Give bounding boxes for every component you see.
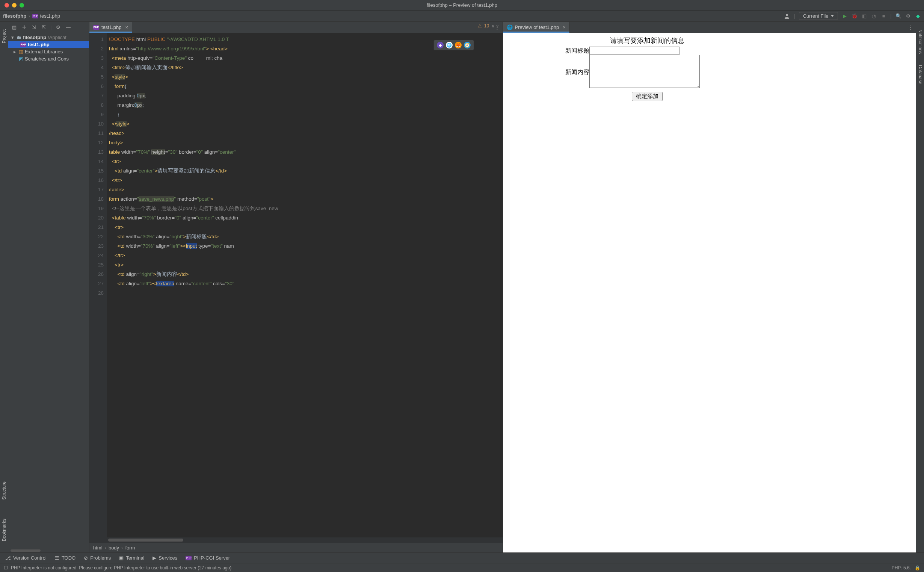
debug-icon[interactable]: 🐞: [851, 13, 857, 19]
editor-pane: PHP test1.php × ⋮ 1234567891011121314151…: [89, 22, 502, 552]
run-config-selector[interactable]: Current File: [799, 12, 838, 20]
breadcrumb-file[interactable]: test1.php: [40, 13, 60, 19]
project-panel: ▤ ✛ ⇲ ⇱ | ⚙ — ▾ 🖿 filesofphp /Applicat P…: [8, 22, 89, 552]
project-toolbar: ▤ ✛ ⇲ ⇱ | ⚙ —: [8, 22, 89, 33]
status-icon[interactable]: ☐: [4, 565, 8, 570]
maximize-icon[interactable]: [20, 3, 24, 8]
editor-hscrollbar[interactable]: [89, 538, 502, 543]
branch-icon: ⎇: [5, 555, 11, 561]
submit-button[interactable]: 确定添加: [632, 92, 663, 101]
terminal-button[interactable]: ▣Terminal: [119, 555, 144, 561]
profile-icon[interactable]: ◔: [871, 13, 877, 19]
crumb[interactable]: html: [93, 545, 102, 550]
right-tool-strip: Notifications Database: [916, 22, 924, 552]
safari-icon[interactable]: 🧭: [464, 42, 471, 48]
stop-icon[interactable]: ■: [881, 13, 887, 19]
caret-down-icon[interactable]: ▾: [11, 34, 15, 40]
services-button[interactable]: ▶Services: [152, 555, 177, 561]
run-icon[interactable]: ▶: [842, 13, 848, 19]
input-news-title[interactable]: [589, 47, 679, 55]
window-controls: [0, 3, 24, 8]
tab-test1[interactable]: PHP test1.php ×: [89, 22, 132, 33]
locate-icon[interactable]: ✛: [21, 25, 27, 30]
minimize-icon[interactable]: [12, 3, 17, 8]
tab-menu-icon[interactable]: ⋮: [907, 25, 913, 30]
line-gutter: 1234567891011121314151617181920212223242…: [89, 33, 107, 538]
settings-icon[interactable]: ⚙: [905, 13, 911, 19]
preview-tabs: 🌐 Preview of test1.php × ⋮: [503, 22, 916, 33]
inspection-indicator[interactable]: ⚠ 10 ∧ ∨: [478, 23, 499, 29]
warning-icon: ⚠: [478, 23, 482, 29]
coverage-icon[interactable]: ◧: [861, 13, 867, 19]
structure-tool-button[interactable]: Structure: [2, 482, 7, 500]
tree-file-test1[interactable]: PHP test1.php: [8, 41, 89, 48]
firefox-icon[interactable]: 🦊: [455, 42, 462, 48]
breadcrumb-project[interactable]: filesofphp: [3, 13, 26, 19]
notifications-tool-button[interactable]: Notifications: [918, 29, 923, 54]
expand-icon[interactable]: ⇲: [31, 25, 37, 30]
navigation-bar: filesofphp › PHP test1.php | Current Fil…: [0, 11, 924, 22]
php-file-icon: PHP: [93, 25, 99, 30]
chevron-down-icon: [831, 15, 834, 17]
folder-icon: 🖿: [17, 34, 22, 40]
php-file-icon: PHP: [186, 556, 192, 560]
editor-area: PHP test1.php × ⋮ 1234567891011121314151…: [89, 22, 916, 552]
caret-right-icon[interactable]: ▸: [14, 49, 17, 54]
user-icon[interactable]: [784, 13, 790, 19]
search-icon[interactable]: 🔍: [895, 13, 901, 19]
status-bar: ☐ PHP Interpreter is not configured: Ple…: [0, 563, 924, 572]
list-icon: ☰: [55, 555, 59, 561]
code-editor[interactable]: 1234567891011121314151617181920212223242…: [89, 33, 502, 538]
close-icon[interactable]: ×: [563, 25, 566, 30]
hide-icon[interactable]: —: [65, 25, 71, 30]
bottom-toolbar: ⎇Version Control ☰TODO ⊘Problems ▣Termin…: [0, 552, 924, 563]
tree-scratches[interactable]: ◩ Scratches and Cons: [8, 55, 89, 62]
left-tool-strip: Project Structure Bookmarks: [0, 22, 8, 552]
crumb[interactable]: form: [125, 545, 135, 550]
terminal-icon: ▣: [119, 555, 124, 561]
code-content[interactable]: !DOCTYPE html PUBLIC "-//W3C//DTD XHTML …: [107, 33, 502, 538]
builtin-browser-icon[interactable]: ◆: [437, 42, 443, 48]
scratch-icon: ◩: [19, 56, 23, 62]
tab-preview[interactable]: 🌐 Preview of test1.php ×: [503, 22, 570, 33]
database-tool-button[interactable]: Database: [918, 65, 923, 84]
main-body: Project Structure Bookmarks ▤ ✛ ⇲ ⇱ | ⚙ …: [0, 22, 924, 552]
editor-tabs: PHP test1.php × ⋮: [89, 22, 502, 33]
bookmarks-tool-button[interactable]: Bookmarks: [2, 519, 7, 541]
phpcgi-button[interactable]: PHPPHP-CGI Server: [186, 555, 230, 561]
codewithme-icon[interactable]: ◆: [915, 13, 921, 19]
vcs-button[interactable]: ⎇Version Control: [5, 555, 47, 561]
chevron-right-icon: ›: [29, 13, 30, 19]
problems-button[interactable]: ⊘Problems: [84, 555, 111, 561]
app-root: filesofphp – Preview of test1.php fileso…: [0, 0, 924, 572]
tree-root[interactable]: ▾ 🖿 filesofphp /Applicat: [8, 34, 89, 41]
project-tree[interactable]: ▾ 🖿 filesofphp /Applicat PHP test1.php ▸…: [8, 33, 89, 548]
label-news-title: 新闻标题: [503, 47, 590, 55]
textarea-news-content[interactable]: [589, 55, 700, 88]
tree-external-libraries[interactable]: ▸ ▥ External Libraries: [8, 48, 89, 55]
run-config-label: Current File: [803, 13, 829, 19]
php-version[interactable]: PHP: 5.6.: [892, 565, 911, 570]
php-file-icon: PHP: [32, 14, 38, 19]
problems-icon: ⊘: [84, 555, 88, 561]
lock-icon[interactable]: 🔒: [915, 565, 920, 570]
titlebar: filesofphp – Preview of test1.php: [0, 0, 924, 11]
editor-breadcrumbs: html› body› form: [89, 543, 502, 552]
svg-point-0: [786, 14, 788, 16]
project-hscrollbar[interactable]: [8, 548, 89, 552]
services-icon: ▶: [152, 555, 156, 561]
todo-button[interactable]: ☰TODO: [55, 555, 76, 561]
project-tool-button[interactable]: Project: [2, 29, 7, 43]
close-icon[interactable]: [5, 3, 9, 8]
collapse-icon[interactable]: ⇱: [40, 25, 47, 30]
php-file-icon: PHP: [20, 42, 26, 47]
window-title: filesofphp – Preview of test1.php: [427, 2, 497, 8]
label-news-content: 新闻内容: [503, 55, 590, 89]
gear-icon[interactable]: ⚙: [55, 25, 61, 30]
crumb[interactable]: body: [109, 545, 119, 550]
project-view-icon[interactable]: ▤: [11, 25, 17, 30]
status-message[interactable]: PHP Interpreter is not configured: Pleas…: [11, 565, 231, 570]
preview-heading: 请填写要添加新闻的信息: [503, 33, 792, 47]
close-icon[interactable]: ×: [126, 25, 129, 30]
chrome-icon[interactable]: 🌐: [446, 42, 453, 48]
